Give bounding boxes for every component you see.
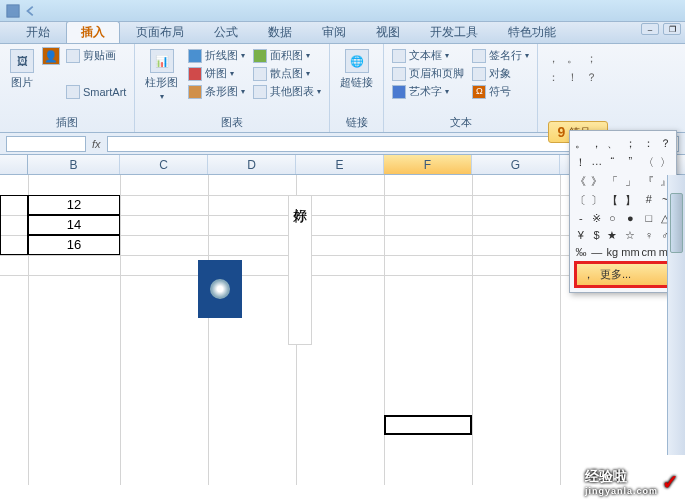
symbol-item[interactable]: □ [642, 211, 657, 226]
symbol-item[interactable]: ※ [590, 211, 604, 226]
bar-chart-button[interactable]: 条形图▾ [186, 83, 247, 100]
person-icon[interactable]: 👤 [42, 47, 60, 65]
symbol-item[interactable]: 『 [642, 173, 657, 190]
tab-data[interactable]: 数据 [254, 22, 306, 43]
select-all-corner[interactable] [0, 155, 28, 174]
omega-active-icon: 9 [557, 124, 565, 140]
cell-b1[interactable]: 12 [28, 197, 120, 212]
col-header-F[interactable]: F [384, 155, 472, 174]
textbox-button[interactable]: 文本框▾ [390, 47, 466, 64]
vertical-scrollbar[interactable] [667, 175, 685, 455]
tab-home[interactable]: 开始 [12, 22, 64, 43]
symbol-item[interactable]: ？ [658, 135, 672, 152]
undo-icon[interactable] [24, 4, 38, 18]
symbol-item[interactable]: ● [621, 211, 639, 226]
minimize-button[interactable]: – [641, 23, 659, 35]
hyperlink-button[interactable]: 🌐 超链接 [336, 47, 377, 115]
restore-button[interactable]: ❐ [663, 23, 681, 35]
picture-button[interactable]: 🖼 图片 [6, 47, 38, 115]
watermark-sub: jingyanla.com [585, 486, 658, 496]
symbol-item[interactable]: — [590, 245, 604, 259]
tab-view[interactable]: 视图 [362, 22, 414, 43]
symbol-item[interactable]: 〔 [574, 192, 588, 209]
symbol-item[interactable]: 。 [574, 135, 588, 152]
save-icon[interactable] [6, 4, 20, 18]
svg-rect-0 [7, 4, 19, 16]
scatter-chart-button[interactable]: 散点图▾ [251, 65, 323, 82]
symbol-item[interactable]: kg [606, 245, 620, 259]
header-footer-button[interactable]: 页眉和页脚 [390, 65, 466, 82]
symbol-item[interactable]: mm [621, 245, 639, 259]
object-button[interactable]: 对象 [470, 65, 531, 82]
symbol-item[interactable]: 、 [606, 135, 620, 152]
tab-layout[interactable]: 页面布局 [122, 22, 198, 43]
tab-developer[interactable]: 开发工具 [416, 22, 492, 43]
symbol-item[interactable]: ： [642, 135, 657, 152]
symbol-item[interactable]: - [574, 211, 588, 226]
cell-b3[interactable]: 16 [28, 237, 120, 252]
clipart-button[interactable]: 剪贴画 [64, 47, 128, 64]
area-chart-button[interactable]: 面积图▾ [251, 47, 323, 64]
symbol-item[interactable]: 「 [606, 173, 620, 190]
name-box[interactable] [6, 136, 86, 152]
cell-b2[interactable]: 14 [28, 217, 120, 232]
symbol-item[interactable]: 《 [574, 173, 588, 190]
symbol-item[interactable]: ‰ [574, 245, 588, 259]
tab-review[interactable]: 审阅 [308, 22, 360, 43]
symbol-item[interactable]: cm [642, 245, 657, 259]
tab-insert[interactable]: 插入 [66, 21, 120, 43]
tab-special[interactable]: 特色功能 [494, 22, 570, 43]
symbol-item[interactable]: ☆ [621, 228, 639, 243]
vertical-textbox[interactable]: 你好 [288, 195, 312, 345]
symbol-item[interactable]: ○ [606, 211, 620, 226]
symbol-preview: ，。； [544, 51, 612, 66]
comma-icon: ， [583, 267, 594, 282]
tab-formulas[interactable]: 公式 [200, 22, 252, 43]
symbol-item[interactable]: “ [606, 154, 620, 171]
smartart-button[interactable]: SmartArt [64, 84, 128, 100]
header-footer-icon [392, 67, 406, 81]
symbol-item[interactable]: 〕 [590, 192, 604, 209]
scrollbar-thumb[interactable] [670, 193, 683, 253]
picture-icon: 🖼 [10, 49, 34, 73]
active-cell[interactable] [384, 415, 472, 435]
symbol-item[interactable]: ！ [574, 154, 588, 171]
symbol-item[interactable]: 〉 [658, 154, 672, 171]
other-chart-button[interactable]: 其他图表▾ [251, 83, 323, 100]
more-symbols-button[interactable]: ， 更多... [574, 261, 672, 288]
pie-chart-icon [188, 67, 202, 81]
pie-chart-button[interactable]: 饼图▾ [186, 65, 247, 82]
col-header-C[interactable]: C [120, 155, 208, 174]
col-header-G[interactable]: G [472, 155, 560, 174]
symbol-item[interactable]: ” [621, 154, 639, 171]
hyperlink-label: 超链接 [340, 75, 373, 90]
symbol-item[interactable]: ¥ [574, 228, 588, 243]
line-chart-button[interactable]: 折线图▾ [186, 47, 247, 64]
symbol-grid: 。，、；：？！…“”〈〉《》「」『』〔〕【】#~-※○●□△¥$★☆♀♂‰—kg… [574, 135, 672, 259]
symbol-item[interactable]: ； [621, 135, 639, 152]
ribbon: 🖼 图片 👤 剪贴画 SmartArt 插图 📊 柱形图▾ 折线图▾ 饼图▾ [0, 44, 685, 133]
symbol-item[interactable]: 【 [606, 192, 620, 209]
column-chart-icon: 📊 [150, 49, 174, 73]
symbol-item[interactable]: 」 [621, 173, 639, 190]
col-header-E[interactable]: E [296, 155, 384, 174]
group-links-label: 链接 [336, 115, 377, 132]
symbol-item[interactable]: 》 [590, 173, 604, 190]
symbol-item[interactable]: ， [590, 135, 604, 152]
signature-button[interactable]: 签名行▾ [470, 47, 531, 64]
symbol-item[interactable]: ♀ [642, 228, 657, 243]
fx-icon: fx [92, 138, 101, 150]
col-header-B[interactable]: B [28, 155, 120, 174]
col-header-D[interactable]: D [208, 155, 296, 174]
wordart-button[interactable]: 艺术字▾ [390, 83, 466, 100]
column-chart-button[interactable]: 📊 柱形图▾ [141, 47, 182, 115]
omega-icon: Ω [472, 85, 486, 99]
symbol-item[interactable]: … [590, 154, 604, 171]
symbol-item[interactable]: 〈 [642, 154, 657, 171]
char-symbol-button[interactable]: Ω符号 [470, 83, 531, 100]
symbol-item[interactable]: # [642, 192, 657, 209]
inserted-picture[interactable] [198, 260, 242, 318]
symbol-item[interactable]: ★ [606, 228, 620, 243]
symbol-item[interactable]: $ [590, 228, 604, 243]
symbol-item[interactable]: 】 [621, 192, 639, 209]
